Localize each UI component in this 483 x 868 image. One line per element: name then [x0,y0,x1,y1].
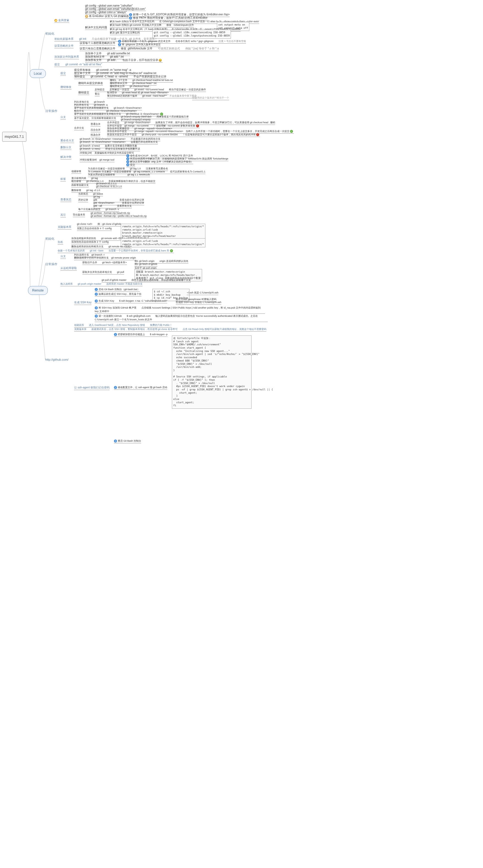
n: 每个分支最后的提交 git branch -v [78,208,119,211]
n: git pull d:\git\nb master 由于不是从默认远程库取，所以… [101,278,191,282]
code: remote.origin.url=d:\usb remote.origin.f… [121,238,205,247]
n: 重命名分支 [60,138,74,143]
n: 添加所有文件 git add . 包括子目录，但不包括空目录 💡 [85,58,162,62]
n: 别名 [58,240,63,244]
n: 添加新文件到版本库 [54,55,79,59]
n: git config --global user.email "zahuifan… [85,7,146,10]
root-node: msysGit1.7.1 [2,132,26,142]
n: ~/.ssh 就是 C:\Users\jch\.ssh [187,291,218,294]
n: 获取但不合并 git fetch <远程版本库> [82,261,127,265]
n: 撤销提交 [78,91,89,94]
n: 冲突很少时 直接编辑有冲突的文件然后提交即可 [80,151,134,155]
n: 提交 git commit -m "add all txt files" [54,63,102,66]
remote-node: Remote [28,286,48,295]
n: 推入远程库 git push origin master 远程库的 master… [60,282,143,286]
n: 为某次历史提交创建标签 git tag 1.1 4e6861d5 [88,173,150,177]
n: 生成的 SSH Key 存储在 C:\Users\jch\.ssh [176,301,221,304]
n: 添加别名后会自动添加 2 个 config [71,240,109,244]
grp-rinit: 初始化 [45,237,54,241]
n: 冲突比较复杂时 git merge tool [80,158,115,162]
n: git log [93,195,100,198]
n: 5第一次连接到 GitHub $ ssh git@github.com 输入密码… [95,314,268,321]
n: 2修改配置文件，让 ssh-agent 随 git bash 启动 [114,386,167,389]
n: 设置忽略的文件 [54,44,73,48]
global: 📁全局变量 [54,19,69,22]
n: 你使用的这个版本的^^相当于一个 [192,96,229,100]
n: 创建标签 [71,169,81,173]
n: 2将 .gitignore 文件加入版本库并提交 [118,43,161,46]
n: 获取并合并到当前本地分支 git pull [82,270,124,274]
n: 克隆版本库 新建测试库后，点击 SSH 按钮，复制版本库地址，然后使用 git … [74,328,266,331]
n: git branch b1.1 1.1 [96,182,117,185]
n: 生成 SSH Key [74,301,91,304]
n: 删除分支 [60,146,71,149]
n: 分支 [60,254,66,258]
n: 撤销尚未提交的修改 [78,81,103,85]
n: 设置每个人都想要忽略的文件 [80,41,115,45]
n: ⚙将 EmEditor 设置为 Git 的编辑器 [85,14,129,18]
n: 合并分支 [74,126,84,130]
n: 查看状态 [60,198,71,202]
n: git archive --format=zip head>nb.zip [91,212,130,214]
n: 删除标签 git tag -d 1.0 [71,189,100,192]
n: 让 ssh-agent 替我们记住密码 [74,386,110,390]
n: 3解决之后手动删除 .orig 文件（冲突解决之前的文件备份） [126,160,193,164]
n: git checkout -b b1.0 1.0 [96,185,122,188]
n: 复位到head之前的那个版本 git reset --hard head^^ 不… [107,94,197,98]
n: 4提交 [126,163,135,167]
n: 2修改 PATH 系统环境变量，追加 F:\工具箱\文档工具\EmEditor [129,16,208,20]
n: 复位 [95,92,100,96]
grp-init: 初始化 [45,32,54,36]
n: 拣选合并 [91,133,100,137]
n: 删除远程库的别名和相关分支 git remote rm <别名> [71,245,131,248]
n: 克隆之后会自动添加 4 个 config [77,227,112,230]
grp-github: http://github.com/ [45,358,68,361]
n: 解决冲突 [60,155,71,159]
n: 提交 [60,71,66,75]
n: git config --global user.name "zahuifan" [85,4,132,7]
n: 解决中文乱码问题 [85,26,107,29]
grp-rdaily: 日常操作 [45,262,57,266]
n: 例1 git fetch d:\git\nb [134,262,157,266]
n: 解决 bash 控制台 git commit 无法输入中文注释 修改 Git\e… [110,23,194,27]
n: 创建新库 进入 Dashboard Tab页，点击 New Repository… [74,323,172,327]
n: 压合合并后不提交 git merge --squash --no-commit … [107,130,294,133]
icon-folder: 📁 [54,19,57,22]
grp-daily: 日常操作 [45,109,57,113]
n: 4将 SSH Key 添加到 GitHub 帐户里 点击链接 Account S… [95,306,265,313]
n: git branch -D new2 即使分支没有被合并也照删不误 [80,147,140,151]
n: 增补提交 git commit -C head -a --amend 不会产生新… [74,75,167,79]
code: git config --global i18n.commitencoding … [152,30,231,39]
n: 创建一个无本地分支的库 git init --bare 当需要一个公用的中央库时… [58,249,174,253]
n: 删除远程库中已经不存在的分支 git remote prune origin [74,256,136,260]
n: 从远程库获取 [60,266,77,270]
n: 1启动 Git Bash 控制台（git-bash.bat） [95,288,140,291]
n: 拣选某次提交文件并不提交 git cherry-pick --no-commit… [107,133,260,136]
n: 解决 gitk 显示中文注释乱码 [110,31,140,35]
code-sshagent: 在 Git\etc\profile 中追加： # lanch ssh agent… [172,336,251,409]
n: 标签 [60,177,66,181]
n: 2如果以前生成过 SSH Key，那先备个份 [95,292,142,296]
n: 3生成 SSH Key $ ssh-keygen -t rsa -C "zahu… [95,299,167,303]
n: git branch -M <branchname> <newname> 会覆盖… [80,140,158,144]
n: 历史记录 [78,198,88,202]
n: git config --global color.ui "always" [85,11,127,14]
n: 其它 [60,213,66,217]
n: 基于某次提交、分支或标签创建新分支 [74,116,116,120]
n: 克隆版本库 [58,225,71,229]
n: 分支 [60,115,66,119]
n: 压合合并 [91,128,100,132]
n: 1把密钥加密后存在磁盘上 $ ssh-keygen -p [114,333,168,336]
local-node: Local [30,69,46,78]
n: git archive --format=zip --prefix=nb1.0/… [91,215,147,217]
n: 撤销修改 [60,85,71,89]
n: 3重启 Git Bash 控制台 [114,439,141,443]
n: 由标签创建分支 [71,183,89,187]
n: 导出版本库 [73,213,85,217]
n: 设置只有自己需要忽略的文件 修改 .git/info/exclude 文件 可使… [80,46,219,51]
n: git clone <url> 例：git clone d:\git\nb [77,222,121,226]
n: git branch emputy2 emputy [121,118,151,121]
n: 普通合并 [91,122,100,126]
